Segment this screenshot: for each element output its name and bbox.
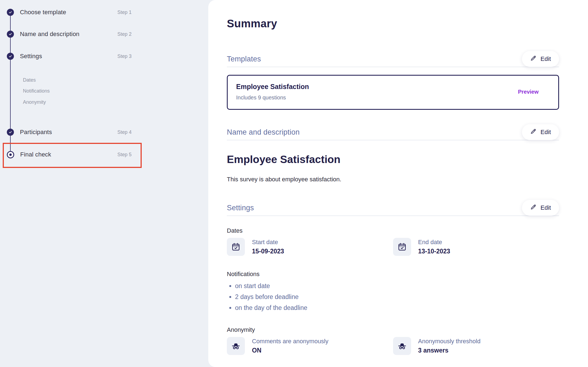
wizard-steps-sidebar: Choose template Step 1 Name and descript… (0, 0, 208, 367)
step-complete-icon (7, 129, 14, 136)
start-date-value: 15-09-2023 (252, 248, 284, 255)
end-date-label: End date (418, 239, 450, 246)
pencil-icon (530, 128, 537, 136)
anonymous-comments-label: Comments are anonymously (252, 338, 328, 345)
anonymity-group-label: Anonymity (227, 326, 559, 333)
edit-button-label: Edit (541, 55, 551, 63)
incognito-icon (393, 337, 411, 355)
anonymity-threshold-text: Anonymously threshold 3 answers (418, 338, 481, 354)
name-description-edit-button[interactable]: Edit (522, 124, 559, 140)
sidebar-item-name-description[interactable]: Name and description Step 2 (0, 29, 169, 39)
step-label: Settings (20, 53, 42, 60)
settings-section: Settings Edit Dates Start date 15-09-202… (227, 200, 559, 355)
step-complete-icon (7, 9, 14, 16)
name-description-section: Name and description Edit Employee Satis… (227, 125, 559, 183)
step-number: Step 3 (117, 54, 132, 59)
sidebar-item-final-check[interactable]: Final check Step 5 (0, 150, 169, 159)
pencil-icon (530, 55, 537, 63)
step-label: Participants (20, 129, 52, 136)
notification-item: on start date (235, 280, 559, 291)
step-number: Step 1 (117, 10, 132, 15)
anonymity-threshold-label: Anonymously threshold (418, 338, 481, 345)
settings-edit-button[interactable]: Edit (522, 200, 559, 216)
incognito-icon (227, 337, 245, 355)
anonymous-comments-text: Comments are anonymously ON (252, 338, 328, 354)
notifications-group-label: Notifications (227, 271, 559, 278)
sidebar-subitem-notifications[interactable]: Notifications (23, 87, 50, 94)
anonymity-threshold-item: Anonymously threshold 3 answers (393, 337, 559, 355)
edit-button-label: Edit (541, 129, 551, 136)
template-card: Employee Satisfaction Includes 9 questio… (227, 75, 559, 110)
step-current-icon (7, 151, 14, 158)
anonymous-comments-item: Comments are anonymously ON (227, 337, 393, 355)
notification-item: on the day of the deadline (235, 302, 559, 313)
name-description-heading: Name and description (227, 128, 300, 137)
sidebar-item-settings[interactable]: Settings Step 3 (0, 51, 169, 61)
survey-description: This survey is about employee satisfacti… (227, 176, 559, 183)
start-date-text: Start date 15-09-2023 (252, 239, 284, 255)
sidebar-subitem-anonymity[interactable]: Anonymity (23, 99, 46, 106)
step-number: Step 5 (117, 152, 132, 158)
templates-section: Templates Edit Employee Satisfaction Inc… (227, 51, 559, 110)
step-complete-icon (7, 31, 14, 38)
templates-edit-button[interactable]: Edit (522, 51, 559, 67)
template-card-title: Employee Satisfaction (236, 83, 309, 91)
settings-section-header: Settings Edit (227, 200, 559, 216)
settings-heading: Settings (227, 204, 254, 212)
end-date-item: End date 13-10-2023 (393, 238, 559, 256)
sidebar-subitem-dates[interactable]: Dates (23, 76, 36, 84)
start-date-label: Start date (252, 239, 284, 246)
templates-heading: Templates (227, 55, 261, 63)
template-card-info: Employee Satisfaction Includes 9 questio… (236, 83, 309, 101)
notification-item: 2 days before deadline (235, 291, 559, 302)
anonymous-comments-value: ON (252, 347, 328, 354)
survey-name: Employee Satisfaction (227, 153, 559, 165)
start-date-item: Start date 15-09-2023 (227, 238, 393, 256)
end-date-text: End date 13-10-2023 (418, 239, 450, 255)
calendar-icon (393, 238, 411, 256)
calendar-icon (227, 238, 245, 256)
dates-row: Start date 15-09-2023 End date 13-10-202… (227, 238, 559, 256)
anonymity-row: Comments are anonymously ON Anonymously … (227, 337, 559, 355)
sidebar-item-participants[interactable]: Participants Step 4 (0, 127, 169, 137)
notifications-list: on start date 2 days before deadline on … (227, 280, 559, 313)
anonymity-threshold-value: 3 answers (418, 347, 481, 354)
step-complete-icon (7, 53, 14, 60)
end-date-value: 13-10-2023 (418, 248, 450, 255)
templates-section-header: Templates Edit (227, 51, 559, 67)
name-description-section-header: Name and description Edit (227, 125, 559, 140)
step-label: Final check (20, 151, 51, 158)
dates-group-label: Dates (227, 227, 559, 234)
preview-link[interactable]: Preview (518, 89, 539, 95)
page-title: Summary (227, 17, 559, 30)
template-card-subtitle: Includes 9 questions (236, 94, 309, 101)
step-label: Choose template (20, 9, 66, 16)
step-number: Step 2 (117, 31, 132, 37)
summary-panel: Summary Templates Edit Employee Satisfac… (208, 0, 588, 367)
step-number: Step 4 (117, 129, 132, 135)
sidebar-item-choose-template[interactable]: Choose template Step 1 (0, 7, 169, 17)
step-label: Name and description (20, 31, 79, 38)
pencil-icon (530, 204, 537, 212)
edit-button-label: Edit (541, 204, 551, 211)
